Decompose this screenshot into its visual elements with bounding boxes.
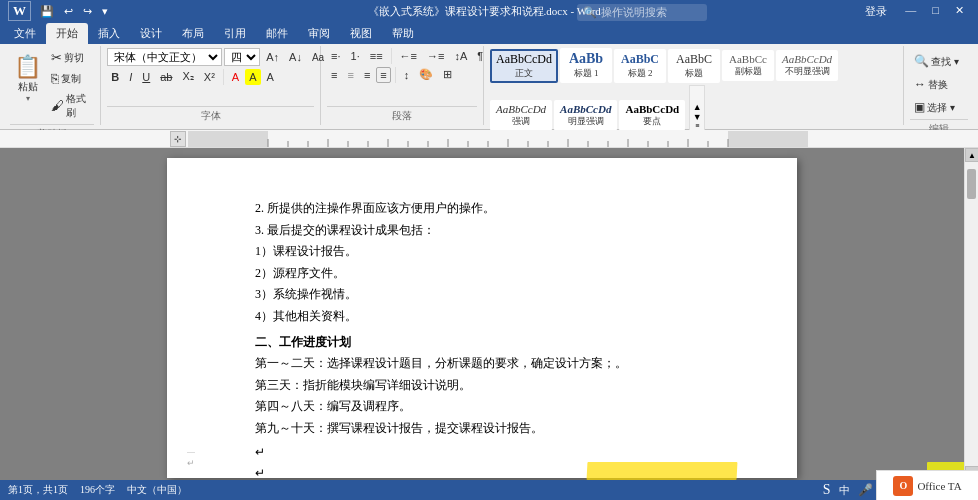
close-button[interactable]: ✕ [949,3,970,20]
maximize-button[interactable]: □ [926,3,945,20]
sort-button[interactable]: ↕A [450,48,471,64]
save-icon[interactable]: 💾 [37,4,57,19]
bullets-button[interactable]: ≡· [327,48,344,64]
mic-icon[interactable]: 🎤 [858,483,873,498]
tab-home[interactable]: 开始 [46,23,88,44]
minimize-button[interactable]: — [899,3,922,20]
decrease-indent-button[interactable]: ←≡ [396,48,421,64]
search-bar: 🔍 [577,4,707,21]
style-emphasis[interactable]: AaBbCcDd 强调 [490,100,552,131]
text-color-button[interactable]: A [228,69,243,85]
font-size-select[interactable]: 四号 [224,48,260,66]
tab-view[interactable]: 视图 [340,23,382,44]
format-painter-button[interactable]: 🖌 格式刷 [47,90,94,122]
style-title[interactable]: AaBbC 标题 [668,49,720,83]
select-button[interactable]: ▣ 选择 ▾ [910,98,959,117]
style-normal[interactable]: AaBbCcDd 正文 [490,49,558,83]
cut-button[interactable]: ✂ 剪切 [47,48,94,68]
increase-indent-button[interactable]: →≡ [423,48,448,64]
clipboard-group: 📋 粘贴 ▾ ✂ 剪切 ⎘ 复制 🖌 格式刷 剪贴板 [4,46,101,125]
styles-group: AaBbCcDd 正文 AaBb 标题 1 AaBbC 标题 2 AaBbC 标… [484,46,904,125]
copy-icon: ⎘ [51,71,59,87]
page-info: 第1页，共1页 [8,483,68,497]
increase-font-button[interactable]: A↑ [262,49,283,65]
office-ta-logo: O [893,476,913,496]
title-bar: W 💾 ↩ ↪ ▾ 《嵌入式系统》课程设计要求和说程.docx - Word 🔍… [0,0,978,22]
language-indicator: 中文（中国） [127,483,187,497]
paragraph-group: ≡· 1· ≡≡ ←≡ →≡ ↕A ¶ ≡ ≡ ≡ ≡ ↕ 🎨 ⊞ 段落 [321,46,484,125]
superscript-button[interactable]: X² [200,69,219,85]
paste-button[interactable]: 📋 粘贴 ▾ [10,48,45,108]
ruler-area: ⊹ [0,130,978,148]
style-heading1[interactable]: AaBb 标题 1 [560,48,612,83]
tab-layout[interactable]: 布局 [172,23,214,44]
highlight-button[interactable]: A [245,69,260,85]
tab-design[interactable]: 设计 [130,23,172,44]
paragraph-label: 段落 [327,106,477,123]
svg-rect-1 [268,131,728,147]
doc-section-title: 二、工作进度计划 [255,332,725,354]
find-button[interactable]: 🔍 查找 ▾ [910,52,963,71]
doc-line-5: 3）系统操作视情。 [255,284,725,306]
chinese-input-icon[interactable]: 中 [839,483,850,498]
doc-line-3: 1）课程设计报告。 [255,241,725,263]
line-spacing-button[interactable]: ↕ [400,67,414,83]
shading-button[interactable]: 🎨 [415,66,437,83]
replace-button[interactable]: ↔ 替换 [910,75,952,94]
undo-icon[interactable]: ↩ [61,4,76,19]
numbering-button[interactable]: 1· [347,48,364,64]
word-count: 196个字 [80,483,115,497]
align-center-button[interactable]: ≡ [344,67,358,83]
style-subtle-emphasis[interactable]: AaBbCcDd 不明显强调 [776,50,838,81]
title-left: W 💾 ↩ ↪ ▾ [8,1,111,21]
style-subtitle[interactable]: AaBbCc 副标题 [722,50,774,81]
highlight-bottom-right [587,462,738,480]
strikethrough-button[interactable]: ab [156,69,176,85]
copy-button[interactable]: ⎘ 复制 [47,69,94,89]
main-area: 2. 所提供的注操作界面应该方便用户的操作。 3. 最后提交的课程设计成果包括：… [0,148,978,480]
scroll-thumb[interactable] [967,169,976,199]
document-area[interactable]: 2. 所提供的注操作界面应该方便用户的操作。 3. 最后提交的课程设计成果包括：… [0,148,964,480]
tab-references[interactable]: 引用 [214,23,256,44]
align-right-button[interactable]: ≡ [360,67,374,83]
bold-button[interactable]: B [107,69,123,85]
tab-review[interactable]: 审阅 [298,23,340,44]
style-intense-emphasis[interactable]: AaBbCcDd 明显强调 [554,100,617,131]
tab-help[interactable]: 帮助 [382,23,424,44]
sougou-icon[interactable]: S [823,482,831,498]
tab-insert[interactable]: 插入 [88,23,130,44]
italic-button[interactable]: I [125,69,136,85]
style-heading2[interactable]: AaBbC 标题 2 [614,49,666,83]
scroll-up-button[interactable]: ▲ [965,148,978,162]
para-divider1 [391,48,392,64]
font-divider [223,69,224,85]
font-name-select[interactable]: 宋体（中文正文） [107,48,222,66]
doc-line-7: 第一～二天：选择课程设计题目，分析课题的要求，确定设计方案；。 [255,353,725,375]
quick-access-toolbar: 💾 ↩ ↪ ▾ [37,4,111,19]
window-controls: 登录 — □ ✕ [857,3,970,20]
align-left-button[interactable]: ≡ [327,67,341,83]
justify-button[interactable]: ≡ [376,67,390,83]
ribbon: 📋 粘贴 ▾ ✂ 剪切 ⎘ 复制 🖌 格式刷 剪贴板 [0,44,978,130]
vertical-scrollbar[interactable]: ▲ ▼ [964,148,978,480]
dropdown-icon[interactable]: ▾ [99,4,111,19]
office-ta-label: Office TA [917,480,961,492]
borders-button[interactable]: ⊞ [439,66,456,83]
tab-mailings[interactable]: 邮件 [256,23,298,44]
font-color-button[interactable]: A [263,69,278,85]
style-strong[interactable]: AaBbCcDd 要点 [619,100,685,131]
document-page[interactable]: 2. 所提供的注操作界面应该方便用户的操作。 3. 最后提交的课程设计成果包括：… [167,158,797,478]
underline-button[interactable]: U [138,69,154,85]
subscript-button[interactable]: X₂ [178,68,197,85]
redo-icon[interactable]: ↪ [80,4,95,19]
word-icon: W [8,1,31,21]
vertical-ruler-icon: ⊹ [170,131,186,147]
login-btn[interactable]: 登录 [857,3,895,20]
replace-icon: ↔ [914,77,926,92]
tab-file[interactable]: 文件 [4,23,46,44]
multilevel-list-button[interactable]: ≡≡ [366,48,387,64]
decrease-font-button[interactable]: A↓ [285,49,306,65]
status-left: 第1页，共1页 196个字 中文（中国） [8,483,187,497]
search-input[interactable] [601,6,701,18]
doc-line-10: 第九～十天：撰写课程设计报告，提交课程设计报告。 [255,418,725,440]
